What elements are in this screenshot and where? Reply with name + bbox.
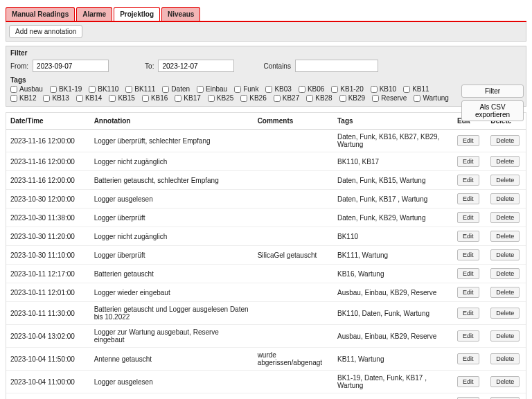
table-row: 2023-10-11 12:17:00Batterien getauschtKB… <box>6 265 526 283</box>
edit-button[interactable]: Edit <box>457 135 479 146</box>
cell-delete: Delete <box>486 190 526 209</box>
tag-checkbox-wartung[interactable]: Wartung <box>414 94 448 102</box>
add-annotation-button[interactable]: Add new annotation <box>9 25 82 38</box>
table-row: 2023-11-16 12:00:00Batterien getauscht, … <box>6 171 526 190</box>
filter-title: Filter <box>10 49 522 57</box>
tag-checkbox-ausbau[interactable]: Ausbau <box>10 85 43 93</box>
cell-datetime: 2023-10-30 12:00:00 <box>6 190 90 209</box>
export-csv-button[interactable]: Als CSV exportieren <box>461 100 524 121</box>
cell-comments <box>254 171 333 190</box>
delete-button[interactable]: Delete <box>490 268 520 279</box>
edit-button[interactable]: Edit <box>457 353 479 364</box>
cell-tags: BK110, Daten, Funk, Wartung <box>333 302 453 325</box>
cell-comments <box>254 209 333 227</box>
tag-checkbox-kb26[interactable]: KB26 <box>240 94 266 102</box>
cell-edit: Edit <box>453 246 486 265</box>
cell-comments <box>254 190 333 209</box>
edit-button[interactable]: Edit <box>457 193 479 204</box>
tab-alarme[interactable]: Alarme <box>76 7 112 21</box>
edit-button[interactable]: Edit <box>457 249 479 260</box>
table-row: 2023-10-04 11:00:00Logger ausgelesenBK1-… <box>6 371 526 393</box>
edit-button[interactable]: Edit <box>457 330 479 342</box>
filter-actions: Filter Als CSV exportieren <box>461 85 524 121</box>
cell-edit: Edit <box>453 325 486 348</box>
cell-comments: wurde abgerissen/abgenagt <box>254 348 333 371</box>
toolbar-panel: Add new annotation <box>6 22 526 42</box>
cell-tags: Ausbau, Einbau, KB29, Reserve <box>333 325 453 348</box>
cell-delete: Delete <box>486 130 526 152</box>
tab-projektlog[interactable]: Projektlog <box>114 7 160 21</box>
delete-button[interactable]: Delete <box>490 212 520 223</box>
tag-checkbox-kb17[interactable]: KB17 <box>175 94 200 102</box>
edit-button[interactable]: Edit <box>457 287 479 298</box>
tag-checkbox-kb13[interactable]: KB13 <box>43 94 69 102</box>
tag-checkbox-kb1-20[interactable]: KB1-20 <box>331 85 363 93</box>
cell-datetime: 2023-10-30 11:20:00 <box>6 227 90 246</box>
tag-checkbox-funk[interactable]: Funk <box>234 85 258 93</box>
tag-checkbox-kb14[interactable]: KB14 <box>76 94 102 102</box>
contains-label: Contains <box>263 62 290 70</box>
edit-button[interactable]: Edit <box>457 268 479 279</box>
cell-comments <box>254 130 333 152</box>
cell-tags: Daten, Funk, KB16, KB27, KB29, Wartung <box>333 130 453 152</box>
delete-button[interactable]: Delete <box>490 330 520 342</box>
edit-button[interactable]: Edit <box>457 308 479 319</box>
tag-checkbox-bk111[interactable]: BK111 <box>125 85 155 93</box>
tag-checkbox-kb12[interactable]: KB12 <box>10 94 36 102</box>
cell-annotation: Logger überprüft, schlechter Empfang <box>90 130 254 152</box>
delete-button[interactable]: Delete <box>490 249 520 260</box>
cell-comments <box>254 227 333 246</box>
delete-button[interactable]: Delete <box>490 353 520 364</box>
edit-button[interactable]: Edit <box>457 376 479 387</box>
cell-edit: Edit <box>453 393 486 400</box>
cell-delete: Delete <box>486 152 526 171</box>
tag-checkbox-kb03[interactable]: KB03 <box>265 85 291 93</box>
tag-checkbox-kb27[interactable]: KB27 <box>274 94 299 102</box>
edit-button[interactable]: Edit <box>457 212 479 223</box>
tag-checkbox-kb28[interactable]: KB28 <box>306 94 332 102</box>
filter-button[interactable]: Filter <box>461 85 524 98</box>
delete-button[interactable]: Delete <box>490 231 520 242</box>
cell-delete: Delete <box>486 302 526 325</box>
tag-checkbox-kb11[interactable]: KB11 <box>403 85 429 93</box>
edit-button[interactable]: Edit <box>457 231 479 242</box>
edit-button[interactable]: Edit <box>457 175 479 186</box>
tag-checkbox-kb15[interactable]: KB15 <box>109 94 134 102</box>
cell-comments <box>254 393 333 400</box>
tab-niveaus[interactable]: Niveaus <box>161 7 200 21</box>
cell-tags: KB11, Wartung <box>333 348 453 371</box>
col-datetime: Date/Time <box>6 113 90 130</box>
tag-checkbox-einbau[interactable]: Einbau <box>197 85 227 93</box>
filter-box: Filter From: To: Contains Tags AusbauBK1… <box>6 46 526 107</box>
delete-button[interactable]: Delete <box>490 287 520 298</box>
delete-button[interactable]: Delete <box>490 308 520 319</box>
tag-checkbox-reserve[interactable]: Reserve <box>372 94 407 102</box>
delete-button[interactable]: Delete <box>490 156 520 167</box>
tag-checkbox-kb06[interactable]: KB06 <box>299 85 324 93</box>
tab-manual-readings[interactable]: Manual Readings <box>6 7 75 21</box>
tabs-bar: Manual Readings Alarme Projektlog Niveau… <box>6 7 526 22</box>
tag-checkbox-kb25[interactable]: KB25 <box>208 94 233 102</box>
delete-button[interactable]: Delete <box>490 376 520 387</box>
tag-checkbox-bk1-19[interactable]: BK1-19 <box>50 85 82 93</box>
delete-button[interactable]: Delete <box>490 175 520 186</box>
from-input[interactable] <box>33 60 109 72</box>
delete-button[interactable]: Delete <box>490 193 520 204</box>
cell-datetime: 2023-11-16 12:00:00 <box>6 152 90 171</box>
cell-annotation: Logger nicht zugänglich <box>90 227 254 246</box>
cell-delete: Delete <box>486 325 526 348</box>
edit-button[interactable]: Edit <box>457 156 479 167</box>
cell-annotation: Logger nicht zugänglich <box>90 152 254 171</box>
cell-tags: Daten, Funk, KB15, Wartung <box>333 171 453 190</box>
log-table-wrap: Date/Time Annotation Comments Tags Edit … <box>6 112 526 399</box>
tag-checkbox-bk110[interactable]: BK110 <box>89 85 118 93</box>
delete-button[interactable]: Delete <box>490 135 520 146</box>
tag-checkbox-daten[interactable]: Daten <box>162 85 190 93</box>
tags-title: Tags <box>10 76 522 84</box>
tag-checkbox-kb10[interactable]: KB10 <box>371 85 396 93</box>
to-input[interactable] <box>158 60 234 72</box>
to-label: To: <box>145 62 154 70</box>
tag-checkbox-kb16[interactable]: KB16 <box>142 94 168 102</box>
contains-input[interactable] <box>295 60 378 72</box>
tag-checkbox-kb29[interactable]: KB29 <box>339 94 365 102</box>
